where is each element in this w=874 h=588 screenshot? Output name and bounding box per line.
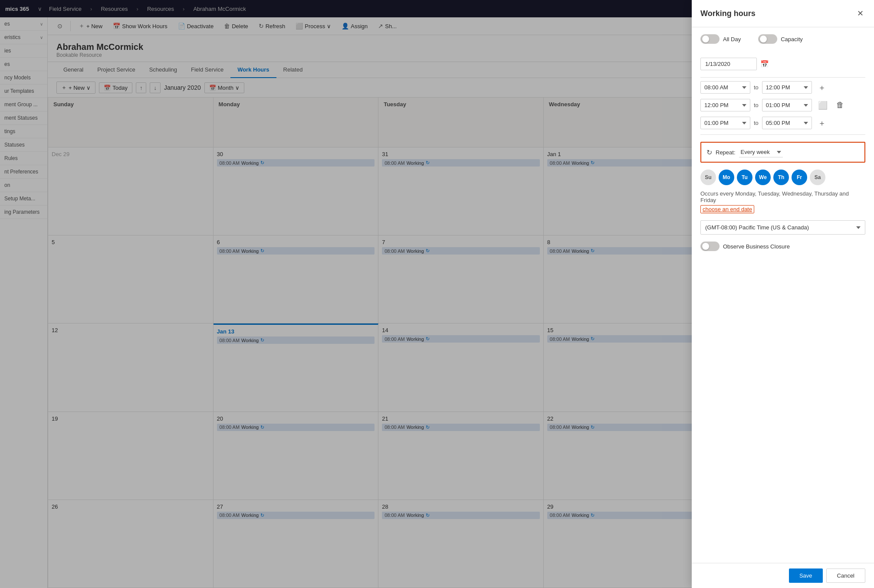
day-btn-we[interactable]: We <box>755 170 771 185</box>
add-time-slot-1-button[interactable]: ＋ <box>815 82 828 94</box>
day-btn-tu[interactable]: Tu <box>737 170 752 185</box>
end-date-link[interactable]: choose an end date <box>700 205 754 213</box>
calendar-icon[interactable]: 📅 <box>760 60 769 68</box>
time-to-3[interactable]: 05:00 PM <box>762 117 812 129</box>
cancel-button[interactable]: Cancel <box>826 568 865 583</box>
day-btn-th[interactable]: Th <box>773 170 789 185</box>
panel-close-button[interactable]: ✕ <box>855 7 865 20</box>
working-hours-panel: Working hours ✕ All Day Capacity <box>692 0 874 588</box>
day-btn-fr[interactable]: Fr <box>792 170 807 185</box>
capacity-toggle[interactable] <box>758 34 777 44</box>
time-from-2[interactable]: 12:00 PM <box>700 99 750 111</box>
time-to-label: to <box>754 84 759 91</box>
all-day-toggle[interactable] <box>700 34 720 44</box>
time-row-2: 12:00 PM to 01:00 PM ⬜ 🗑 <box>700 99 865 111</box>
panel-footer: Save Cancel <box>692 563 874 588</box>
repeat-label: Repeat: <box>716 149 736 156</box>
day-btn-su[interactable]: Su <box>700 170 716 185</box>
toggle-row: All Day Capacity <box>700 34 865 51</box>
background-dim <box>0 0 692 588</box>
time-to-label: to <box>754 102 759 108</box>
time-from-1[interactable]: 08:00 AM <box>700 81 750 94</box>
observe-closure-toggle[interactable] <box>700 242 720 251</box>
panel-title: Working hours <box>700 9 756 18</box>
time-to-1[interactable]: 12:00 PM <box>762 81 812 94</box>
observe-closure-label: Observe Business Closure <box>723 243 790 250</box>
panel-body: All Day Capacity 📅 08:00 AM to <box>692 27 874 563</box>
repeat-select[interactable]: Every week Every day Every month Every y… <box>739 147 783 157</box>
save-button[interactable]: Save <box>789 568 823 583</box>
copy-time-slot-2-button[interactable]: ⬜ <box>815 100 830 111</box>
add-time-slot-3-button[interactable]: ＋ <box>815 117 828 129</box>
observe-closure-row: Observe Business Closure <box>700 242 865 251</box>
capacity-toggle-group: Capacity <box>758 34 803 44</box>
all-day-thumb <box>702 36 709 42</box>
repeat-icon: ↻ <box>706 148 712 157</box>
divider <box>700 134 865 135</box>
capacity-track <box>758 34 777 44</box>
repeat-section: ↻ Repeat: Every week Every day Every mon… <box>700 142 865 163</box>
divider <box>700 77 865 78</box>
day-btn-sa[interactable]: Sa <box>810 170 825 185</box>
timezone-row: (GMT-08:00) Pacific Time (US & Canada) (… <box>700 220 865 235</box>
closure-track <box>700 242 720 251</box>
capacity-thumb <box>760 36 767 42</box>
time-to-label: to <box>754 120 759 126</box>
delete-time-slot-2-button[interactable]: 🗑 <box>834 100 847 111</box>
all-day-label: All Day <box>723 36 741 42</box>
date-input[interactable] <box>700 58 757 70</box>
closure-thumb <box>702 243 709 250</box>
all-day-toggle-group: All Day <box>700 34 741 44</box>
time-to-2[interactable]: 01:00 PM <box>762 99 812 111</box>
date-row: 📅 <box>700 58 865 70</box>
time-row-3: 01:00 PM to 05:00 PM ＋ <box>700 117 865 129</box>
capacity-label: Capacity <box>781 36 803 42</box>
day-btn-mo[interactable]: Mo <box>719 170 734 185</box>
time-from-3[interactable]: 01:00 PM <box>700 117 750 129</box>
panel-header: Working hours ✕ <box>692 0 874 27</box>
time-row-1: 08:00 AM to 12:00 PM ＋ <box>700 81 865 94</box>
timezone-select[interactable]: (GMT-08:00) Pacific Time (US & Canada) (… <box>700 220 865 235</box>
day-buttons: Su Mo Tu We Th Fr Sa <box>700 170 865 185</box>
all-day-track <box>700 34 720 44</box>
occurrence-text: Occurs every Monday, Tuesday, Wednesday,… <box>700 190 865 203</box>
